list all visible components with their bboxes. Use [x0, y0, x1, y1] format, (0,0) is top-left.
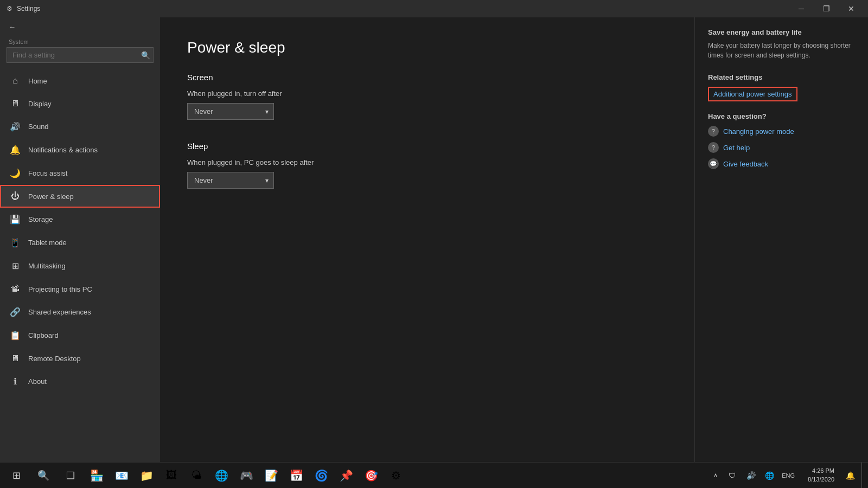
- sidebar-item-label: Sound: [28, 123, 49, 131]
- sidebar-item-label: Storage: [28, 215, 53, 223]
- power-sleep-icon: ⏻: [10, 191, 21, 201]
- taskbar-app-sticky[interactable]: 📌: [334, 464, 358, 487]
- task-view-button[interactable]: ❑: [58, 463, 84, 489]
- sidebar-item-label: Remote Desktop: [28, 355, 81, 363]
- focus-assist-icon: 🌙: [10, 168, 21, 178]
- taskbar-app-edge[interactable]: 🌀: [309, 464, 333, 487]
- sidebar-system-label: System: [0, 36, 160, 47]
- sidebar-item-label: Notifications & actions: [28, 146, 98, 154]
- taskbar: ⊞ 🔍 ❑ 🏪 📧 📁 🖼 🌤 🌐 🎮 📝 📅 🌀 📌 🎯 ⚙ ∧ 🛡 🔊 🌐 …: [0, 462, 868, 488]
- sleep-section-title: Sleep: [187, 142, 667, 151]
- search-button[interactable]: 🔍: [30, 463, 56, 489]
- taskbar-app-store[interactable]: 🏪: [85, 464, 108, 487]
- get-help-link[interactable]: ? Get help: [708, 142, 855, 153]
- screen-section: Screen When plugged in, turn off after N…: [187, 73, 667, 136]
- search-input[interactable]: [7, 47, 154, 63]
- sidebar-item-label: Power & sleep: [28, 192, 74, 201]
- page-title: Power & sleep: [187, 39, 667, 56]
- sidebar-item-storage[interactable]: 💾 Storage: [0, 208, 160, 231]
- screen-dropdown[interactable]: Never 1 minute 2 minutes 5 minutes 10 mi…: [187, 103, 274, 120]
- right-panel: Save energy and battery life Make your b…: [694, 17, 868, 462]
- title-bar-left: ⚙ Settings: [7, 5, 40, 12]
- start-button[interactable]: ⊞: [3, 463, 29, 489]
- taskbar-defender-icon[interactable]: 🛡: [724, 463, 741, 489]
- get-help-icon: ?: [708, 142, 719, 153]
- sidebar-item-label: Display: [28, 100, 52, 108]
- minimize-button[interactable]: ─: [789, 0, 814, 17]
- related-settings-label: Related settings: [708, 73, 855, 81]
- title-bar: ⚙ Settings ─ ❐ ✕: [0, 0, 868, 17]
- sidebar-item-notifications[interactable]: 🔔 Notifications & actions: [0, 138, 160, 162]
- taskbar-time[interactable]: 4:26 PM 8/13/2020: [803, 467, 839, 484]
- notifications-icon: 🔔: [10, 145, 21, 155]
- storage-icon: 💾: [10, 214, 21, 224]
- sidebar-item-label: Shared experiences: [28, 308, 91, 316]
- sleep-dropdown[interactable]: Never 1 minute 2 minutes 5 minutes 10 mi…: [187, 172, 274, 189]
- sidebar-item-display[interactable]: 🖥 Display: [0, 92, 160, 115]
- clipboard-icon: 📋: [10, 330, 21, 341]
- taskbar-app-chrome[interactable]: 🌐: [209, 464, 233, 487]
- taskbar-app-gamepad[interactable]: 🎮: [234, 464, 258, 487]
- notification-button[interactable]: 🔔: [842, 463, 858, 489]
- sidebar-item-label: Multitasking: [28, 262, 66, 270]
- sleep-dropdown-wrap: Never 1 minute 2 minutes 5 minutes 10 mi…: [187, 172, 274, 189]
- sidebar-item-focus-assist[interactable]: 🌙 Focus assist: [0, 162, 160, 185]
- sleep-section: Sleep When plugged in, PC goes to sleep …: [187, 142, 667, 205]
- get-help-text: Get help: [723, 144, 750, 152]
- sidebar-item-power-sleep[interactable]: ⏻ Power & sleep: [0, 185, 160, 208]
- give-feedback-text: Give feedback: [723, 160, 768, 168]
- taskbar-right: ∧ 🛡 🔊 🌐 ENG 4:26 PM 8/13/2020 🔔: [706, 463, 865, 489]
- screen-section-title: Screen: [187, 73, 667, 82]
- taskbar-clock: 4:26 PM: [812, 467, 834, 475]
- give-feedback-link[interactable]: 💬 Give feedback: [708, 158, 855, 169]
- taskbar-left: ⊞ 🔍 ❑ 🏪 📧 📁 🖼 🌤 🌐 🎮 📝 📅 🌀 📌 🎯 ⚙: [3, 463, 408, 489]
- sidebar: ← System 🔍 ⌂ Home 🖥 Display 🔊 Sound 🔔 No…: [0, 17, 160, 462]
- sidebar-item-shared-experiences[interactable]: 🔗 Shared experiences: [0, 300, 160, 324]
- about-icon: ℹ: [10, 376, 21, 387]
- taskbar-app-outlook[interactable]: 📧: [110, 464, 133, 487]
- sidebar-back-button[interactable]: ←: [0, 17, 160, 36]
- main-content: Power & sleep Screen When plugged in, tu…: [160, 17, 694, 462]
- sidebar-item-label: Clipboard: [28, 331, 59, 339]
- multitasking-icon: ⊞: [10, 261, 21, 271]
- taskbar-app-settings[interactable]: ⚙: [384, 464, 408, 487]
- taskbar-app-explorer[interactable]: 📁: [135, 464, 158, 487]
- show-desktop-button[interactable]: [861, 463, 865, 489]
- system-tray-chevron[interactable]: ∧: [709, 463, 722, 489]
- have-question-label: Have a question?: [708, 112, 855, 120]
- sidebar-item-label: Focus assist: [28, 169, 67, 177]
- sidebar-item-about[interactable]: ℹ About: [0, 370, 160, 393]
- search-icon[interactable]: 🔍: [141, 51, 150, 60]
- sidebar-item-tablet-mode[interactable]: 📱 Tablet mode: [0, 231, 160, 254]
- sidebar-item-remote-desktop[interactable]: 🖥 Remote Desktop: [0, 347, 160, 370]
- sidebar-item-sound[interactable]: 🔊 Sound: [0, 115, 160, 138]
- taskbar-app-word[interactable]: 📝: [259, 464, 283, 487]
- taskbar-sys-icons: ∧ 🛡 🔊 🌐 ENG: [706, 463, 800, 489]
- sidebar-item-home[interactable]: ⌂ Home: [0, 69, 160, 92]
- taskbar-app-calendar[interactable]: 📅: [284, 464, 308, 487]
- taskbar-network-icon[interactable]: 🌐: [761, 463, 777, 489]
- search-box: 🔍: [7, 47, 154, 63]
- save-energy-desc: Make your battery last longer by choosin…: [708, 41, 855, 60]
- sidebar-item-label: About: [28, 377, 47, 386]
- sidebar-item-clipboard[interactable]: 📋 Clipboard: [0, 324, 160, 347]
- sound-icon: 🔊: [10, 121, 21, 132]
- give-feedback-icon: 💬: [708, 158, 719, 169]
- additional-power-settings-link[interactable]: Additional power settings: [708, 87, 797, 101]
- maximize-button[interactable]: ❐: [814, 0, 839, 17]
- sidebar-item-multitasking[interactable]: ⊞ Multitasking: [0, 254, 160, 278]
- sidebar-item-projecting[interactable]: 📽 Projecting to this PC: [0, 278, 160, 300]
- screen-dropdown-wrap: Never 1 minute 2 minutes 5 minutes 10 mi…: [187, 103, 274, 120]
- sidebar-item-label: Home: [28, 77, 47, 85]
- home-icon: ⌂: [10, 76, 21, 86]
- remote-desktop-icon: 🖥: [10, 354, 21, 363]
- back-icon: ←: [9, 23, 16, 31]
- title-bar-controls: ─ ❐ ✕: [789, 0, 864, 17]
- changing-power-mode-text: Changing power mode: [723, 127, 794, 136]
- taskbar-volume-icon[interactable]: 🔊: [743, 463, 759, 489]
- close-button[interactable]: ✕: [839, 0, 864, 17]
- taskbar-app-photos[interactable]: 🖼: [159, 464, 183, 487]
- taskbar-app-steam[interactable]: 🎯: [359, 464, 383, 487]
- changing-power-mode-link[interactable]: ? Changing power mode: [708, 126, 855, 137]
- taskbar-app-weather[interactable]: 🌤: [184, 464, 208, 487]
